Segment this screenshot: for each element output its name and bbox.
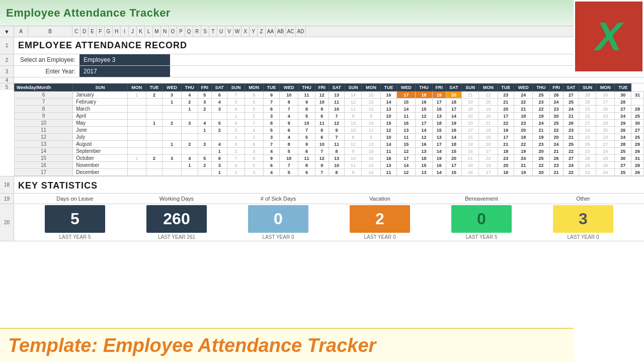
cal-cell-August-23: 22 [514,141,533,148]
cal-cell-September-13: 9 [345,148,362,155]
cal-cell-February-29: 28 [615,99,631,106]
cal-cell-August-1 [146,141,163,148]
col-header-i: I [121,26,129,37]
excel-logo: X [574,0,644,73]
cal-cell-September-20: 16 [462,148,479,155]
cal-cell-December-0 [127,169,146,176]
cal-cell-April-21: 16 [479,113,498,120]
cal-cell-July-16: 11 [397,134,416,141]
stat-col-other: Other [548,196,618,204]
month-name-october: October [73,155,127,162]
col-header-aa: AA [266,26,276,37]
cal-cell-July-24: 19 [533,134,549,141]
cal-cell-August-5: 4 [211,141,227,148]
cal-cell-March-13: 11 [345,106,362,113]
cal-cell-November-25: 23 [549,162,563,169]
month-name-july: July [73,134,127,141]
cal-cell-May-14: 14 [362,120,380,127]
cal-cell-April-0 [127,113,146,120]
cal-h-sat4: SAT [563,84,579,92]
weekday-month-header: Weekday/Month [15,84,73,92]
stat-label-other: Other [576,196,590,202]
row-19-content: Days on Leave Working Days # of Sick Day… [14,194,644,204]
cal-cell-March-11: 9 [315,106,329,113]
cal-cell-December-10: 6 [298,169,315,176]
year-input[interactable]: 2017 [79,66,170,77]
cal-cell-March-10: 8 [298,106,315,113]
cal-cell-December-27: 23 [579,169,596,176]
cal-cell-September-18: 14 [432,148,446,155]
cal-cell-June-21: 18 [479,127,498,134]
cal-cell-October-20: 21 [462,155,479,162]
cal-cell-July-22: 17 [498,134,514,141]
cal-cell-February-22: 21 [498,99,514,106]
cal-cell-July-2 [163,134,181,141]
col-header-d: D [80,26,89,37]
cal-cell-January-26: 27 [563,92,579,99]
cal-h-fri1: FRI [198,84,211,92]
col-header-o: O [169,26,177,37]
cal-cell-January-20: 21 [462,92,479,99]
cal-cell-August-8: 7 [263,141,280,148]
cal-cell-July-13: 8 [345,134,362,141]
cal-cell-January-29: 30 [615,92,631,99]
cal-cell-February-1 [146,99,163,106]
col-header-g: G [105,26,113,37]
row-20-content: 5 LAST YEAR 5 260 LAST YEAR 261 0 LAST Y… [14,204,644,241]
cal-cell-December-18: 14 [432,169,446,176]
stat-col-bereavement-val: 0 LAST YEAR 5 [446,205,517,240]
cal-cell-November-3: 1 [181,162,198,169]
cal-cell-March-28: 26 [596,106,615,113]
cal-cell-March-4: 2 [198,106,211,113]
stat-box-sick: 0 [248,205,308,233]
cal-cell-June-29: 26 [615,127,631,134]
cal-cell-November-2 [163,162,181,169]
cal-cell-May-17: 17 [416,120,432,127]
cal-cell-December-20: 16 [462,169,479,176]
cal-cell-January-5: 6 [211,92,227,99]
cal-cell-June-0 [127,127,146,134]
cal-cell-August-29: 28 [615,141,631,148]
stats-labels: Days on Leave Working Days # of Sick Day… [14,196,644,204]
stat-last-year-sick: LAST YEAR 0 [263,234,294,240]
cal-cell-September-19: 15 [446,148,462,155]
cal-cell-September-21: 17 [479,148,498,155]
col-header-z: Z [258,26,266,37]
employee-select[interactable]: Employee 3 [79,54,170,65]
cal-h-sun5: SUN [579,84,596,92]
cal-cell-June-13: 10 [345,127,362,134]
cal-cell-March-23: 21 [514,106,533,113]
cal-cell-December-22: 18 [498,169,514,176]
cal-cell-December-21: 17 [479,169,498,176]
cal-cell-March-25: 23 [549,106,563,113]
cal-cell-January-22: 23 [498,92,514,99]
cal-cell-July-3 [181,134,198,141]
cal-cell-October-23: 24 [514,155,533,162]
cal-cell-January-19: 20 [446,92,462,99]
cal-cell-September-6: 2 [227,148,245,155]
row-num-5: 5 [0,83,14,90]
cal-cell-March-6: 4 [227,106,245,113]
stat-label-bereavement: Bereavement [465,196,498,202]
cal-cell-September-1 [146,148,163,155]
stat-col-sick: # of Sick Days [243,196,313,204]
row-num-20: 20 [0,204,14,241]
app-header: Employee Attendance Tracker [0,0,644,26]
cal-cell-March-0 [127,106,146,113]
cal-cell-October-5: 6 [211,155,227,162]
cal-cell-January-10: 11 [298,92,315,99]
cal-cell-May-23: 23 [514,120,533,127]
cal-cell-October-8: 9 [263,155,280,162]
row-18: 18 KEY STATISTICS [0,176,644,194]
month-name-august: August [73,141,127,148]
cal-cell-June-23: 20 [514,127,533,134]
cal-h-fri3: FRI [432,84,446,92]
cal-cell-April-13: 8 [345,113,362,120]
cal-cell-February-24: 23 [533,99,549,106]
cal-cell-May-6: 6 [227,120,245,127]
cal-cell-June-2 [163,127,181,134]
cal-cell-February-3: 2 [181,99,198,106]
cal-cell-October-14: 15 [362,155,380,162]
cal-cell-June-6: 3 [227,127,245,134]
col-header-x: X [242,26,250,37]
